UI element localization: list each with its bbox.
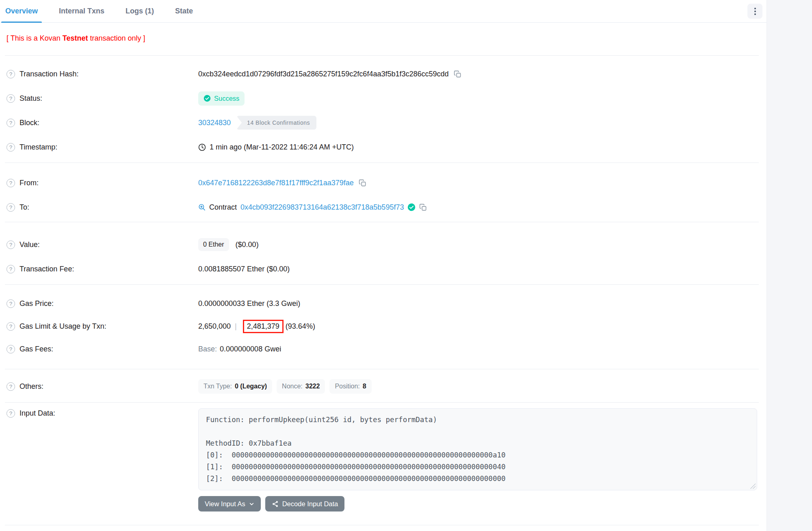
tab-state[interactable]: State <box>171 0 197 22</box>
decode-icon <box>272 501 279 507</box>
gas-used-percent: (93.64%) <box>286 322 315 331</box>
position-key: Position: <box>335 383 359 390</box>
section-overview-top: Transaction Hash: 0xcb324eedcd1d07296fdf… <box>5 55 759 163</box>
decode-input-data-button[interactable]: Decode Input Data <box>265 496 345 511</box>
row-gas-fees: Gas Fees: Base: 0.000000008 Gwei <box>6 338 757 360</box>
tab-logs[interactable]: Logs (1) <box>121 0 158 22</box>
tab-bar: Overview Internal Txns Logs (1) State <box>0 0 767 23</box>
help-icon[interactable] <box>6 94 15 103</box>
txn-type-value: 0 (Legacy) <box>235 383 267 390</box>
copy-icon[interactable] <box>419 204 427 211</box>
resize-handle[interactable] <box>750 483 756 489</box>
status-value: Success <box>214 95 239 102</box>
page-background-rail <box>767 0 812 531</box>
gas-fees-base-value: 0.000000008 Gwei <box>220 345 281 353</box>
kebab-icon <box>754 8 756 9</box>
timestamp-label: Timestamp: <box>19 143 57 152</box>
row-gas-limit-usage: Gas Limit & Usage by Txn: 2,650,000 | 2,… <box>6 315 757 338</box>
section-addresses: From: 0x647e7168122263d8e7f81f17fff9c2f1… <box>5 163 759 222</box>
block-number-link[interactable]: 30324830 <box>198 119 231 127</box>
decode-input-data-label: Decode Input Data <box>282 500 338 508</box>
help-icon[interactable] <box>6 322 15 331</box>
row-to: To: Contract 0x4cb093f226983713164a62138… <box>6 195 757 219</box>
chevron-down-icon <box>249 501 254 507</box>
row-others: Others: Txn Type: 0 (Legacy) Nonce: 3222… <box>6 374 757 399</box>
verified-contract-icon <box>407 203 416 211</box>
help-icon[interactable] <box>6 203 15 212</box>
help-icon[interactable] <box>6 299 15 308</box>
gas-used-value: 2,481,379 <box>247 322 279 330</box>
copy-icon[interactable] <box>454 70 461 78</box>
zoom-in-icon[interactable] <box>198 204 206 211</box>
row-from: From: 0x647e7168122263d8e7f81f17fff9c2f1… <box>6 171 757 195</box>
nonce-badge: Nonce: 3222 <box>277 379 325 394</box>
input-data-label: Input Data: <box>19 409 55 418</box>
row-transaction-fee: Transaction Fee: 0.0081885507 Ether ($0.… <box>6 257 757 281</box>
clock-icon <box>198 143 206 151</box>
row-gas-price: Gas Price: 0.0000000033 Ether (3.3 Gwei) <box>6 292 757 315</box>
gas-fees-label: Gas Fees: <box>19 345 53 353</box>
to-label: To: <box>19 203 29 212</box>
gas-used-highlight-box: 2,481,379 <box>243 320 284 333</box>
view-input-as-button[interactable]: View Input As <box>198 496 261 511</box>
more-options-button[interactable] <box>747 4 762 19</box>
status-label: Status: <box>19 94 42 103</box>
gas-limit-value: 2,650,000 <box>198 322 231 331</box>
gas-separator: | <box>235 322 237 331</box>
status-badge: Success <box>198 91 245 106</box>
transaction-hash-label: Transaction Hash: <box>19 70 78 78</box>
from-label: From: <box>19 179 39 187</box>
gas-fees-base-label: Base: <box>198 345 217 353</box>
block-label: Block: <box>19 119 39 127</box>
gas-price-label: Gas Price: <box>19 299 54 308</box>
transaction-detail-card: Overview Internal Txns Logs (1) State [ … <box>0 0 767 531</box>
to-address-link[interactable]: 0x4cb093f226983713164a62138c3f718a5b595f… <box>240 203 404 212</box>
txn-type-key: Txn Type: <box>204 383 232 390</box>
transaction-fee-value: 0.0081885507 Ether ($0.00) <box>198 265 290 273</box>
transaction-fee-label: Transaction Fee: <box>19 265 74 273</box>
help-icon[interactable] <box>6 70 15 78</box>
help-icon[interactable] <box>6 119 15 127</box>
to-contract-prefix: Contract <box>209 203 237 212</box>
transaction-hash-value: 0xcb324eedcd1d07296fdf3d215a2865275f159c… <box>198 70 449 78</box>
help-icon[interactable] <box>6 241 15 249</box>
row-input-data: Input Data: Function: performUpkeep(uint… <box>6 408 757 490</box>
section-value-fee: Value: 0 Ether ($0.00) Transaction Fee: … <box>5 222 759 284</box>
testnet-warning: [ This is a Kovan Testnet transaction on… <box>6 34 760 43</box>
section-input-data: Input Data: Function: performUpkeep(uint… <box>5 402 759 511</box>
txn-type-badge: Txn Type: 0 (Legacy) <box>198 379 272 394</box>
tab-internal-txns[interactable]: Internal Txns <box>55 0 108 22</box>
warning-bold: Testnet <box>63 34 88 42</box>
ether-value-badge: 0 Ether <box>198 238 229 251</box>
row-status: Status: Success <box>6 86 757 111</box>
input-data-textarea[interactable]: Function: performUpkeep(uint256 id, byte… <box>198 408 757 490</box>
row-transaction-hash: Transaction Hash: 0xcb324eedcd1d07296fdf… <box>6 62 757 86</box>
warning-suffix: transaction only ] <box>88 34 145 42</box>
gas-price-value: 0.0000000033 Ether (3.3 Gwei) <box>198 299 300 308</box>
warning-prefix: [ This is a Kovan <box>6 34 63 42</box>
value-label: Value: <box>19 241 40 249</box>
gas-limit-label: Gas Limit & Usage by Txn: <box>19 322 106 331</box>
nonce-value: 3222 <box>305 383 320 390</box>
bottom-divider <box>5 525 759 531</box>
position-badge: Position: 8 <box>329 379 371 394</box>
copy-icon[interactable] <box>359 179 366 187</box>
position-value: 8 <box>363 383 366 390</box>
help-icon[interactable] <box>6 409 15 418</box>
view-input-as-label: View Input As <box>205 500 245 508</box>
input-data-actions: View Input As Decode Input Data <box>198 496 757 511</box>
timestamp-value: 1 min ago (Mar-11-2022 11:46:24 AM +UTC) <box>210 143 354 152</box>
help-icon[interactable] <box>6 382 15 391</box>
help-icon[interactable] <box>6 179 15 187</box>
help-icon[interactable] <box>6 265 15 273</box>
from-address-link[interactable]: 0x647e7168122263d8e7f81f17fff9c2f1aa379f… <box>198 179 354 187</box>
help-icon[interactable] <box>6 345 15 353</box>
block-confirmations-badge: 14 Block Confirmations <box>236 116 316 130</box>
section-gas: Gas Price: 0.0000000033 Ether (3.3 Gwei)… <box>5 284 759 369</box>
help-icon[interactable] <box>6 143 15 152</box>
tab-overview[interactable]: Overview <box>1 0 42 22</box>
row-timestamp: Timestamp: 1 min ago (Mar-11-2022 11:46:… <box>6 135 757 159</box>
value-usd: ($0.00) <box>236 241 259 249</box>
row-value: Value: 0 Ether ($0.00) <box>6 232 757 257</box>
row-block: Block: 30324830 14 Block Confirmations <box>6 111 757 135</box>
